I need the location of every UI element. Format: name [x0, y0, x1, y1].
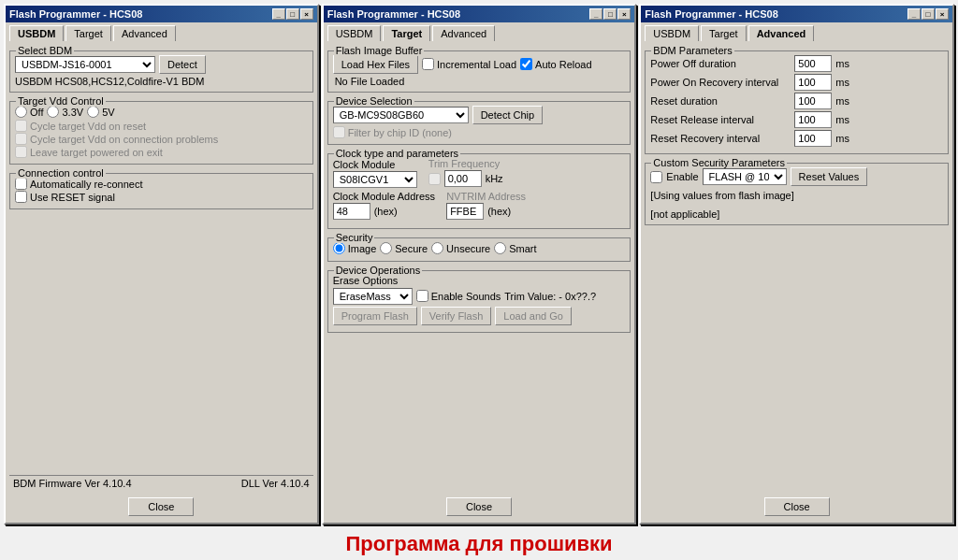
vdd-5-radio[interactable] — [87, 106, 99, 118]
nvtrim-input[interactable] — [446, 203, 484, 220]
verify-flash-btn[interactable]: Verify Flash — [421, 307, 491, 325]
image-radio-row: Image — [333, 242, 377, 254]
enable-security-check[interactable] — [650, 171, 662, 183]
bdm-params-label: BDM Parameters — [651, 45, 733, 56]
clock-module-header: Clock Module — [333, 159, 417, 170]
tab-advanced-3[interactable]: Advanced — [748, 25, 815, 41]
custom-security-group: Custom Security Parameters Enable FLASH … — [645, 163, 949, 225]
nvtrim-header: NVTRIM Address — [446, 191, 526, 202]
reset-recovery-input[interactable] — [794, 130, 832, 147]
close-button-2[interactable]: Close — [446, 497, 512, 516]
maximize-btn-1[interactable]: □ — [286, 8, 299, 20]
tab-target-1[interactable]: Target — [65, 25, 111, 41]
leave-powered-label: Leave target powered on exit — [30, 147, 163, 158]
cycle-connection-row: Cycle target Vdd on connection problems — [15, 133, 308, 145]
reset-duration-input[interactable] — [794, 93, 832, 109]
cycle-connection-check[interactable] — [15, 133, 27, 145]
window-1-content: Select BDM USBDM-JS16-0001 Detect USBDM … — [6, 41, 317, 523]
device-ops-group: Device Operations Erase Options EraseMas… — [327, 270, 631, 333]
smart-radio[interactable] — [494, 242, 506, 254]
auto-reconnect-check[interactable] — [15, 178, 27, 190]
tab-usbdm-2[interactable]: USBDM — [327, 25, 382, 41]
window-3: Flash Programmer - HCS08 _ □ × USBDM Tar… — [639, 4, 954, 524]
reset-duration-row: Reset duration ms — [650, 93, 943, 109]
detect-btn-1[interactable]: Detect — [159, 55, 206, 74]
incremental-row: Incremental Load — [422, 58, 516, 70]
image-radio[interactable] — [333, 242, 345, 254]
use-reset-row: Use RESET signal — [15, 191, 308, 203]
minimize-btn-3[interactable]: _ — [907, 8, 921, 20]
reset-duration-unit: ms — [835, 95, 849, 107]
incremental-check[interactable] — [422, 58, 434, 70]
tab-target-2[interactable]: Target — [383, 25, 430, 41]
power-off-unit: ms — [835, 58, 849, 69]
cycle-reset-label: Cycle target Vdd on reset — [30, 121, 146, 132]
leave-powered-check[interactable] — [15, 146, 27, 158]
trim-value[interactable] — [444, 170, 482, 187]
unsecure-radio-row: Unsecure — [431, 242, 490, 254]
tab-usbdm-1[interactable]: USBDM — [9, 25, 64, 41]
clock-module-row: Clock Module S08ICGV1 Trim Frequency kHz — [333, 158, 626, 189]
title-buttons-2: _ □ × — [589, 8, 631, 20]
target-vdd-label: Target Vdd Control — [16, 95, 106, 107]
tab-bar-1: USBDM Target Advanced — [6, 22, 317, 41]
no-file-text: No File Loaded — [333, 76, 626, 87]
power-on-input[interactable] — [794, 74, 832, 91]
tab-advanced-2[interactable]: Advanced — [432, 25, 495, 41]
title-2: Flash Programmer - HCS08 — [327, 8, 460, 20]
device-dropdown[interactable]: GB-MC9S08GB60 — [333, 107, 469, 123]
window-3-content: BDM Parameters Power Off duration ms Pow… — [641, 41, 952, 523]
clock-module-dropdown[interactable]: S08ICGV1 — [333, 171, 417, 188]
select-bdm-label: Select BDM — [16, 45, 74, 56]
reset-duration-label: Reset duration — [650, 95, 791, 107]
reset-release-input[interactable] — [794, 111, 832, 128]
minimize-btn-1[interactable]: _ — [272, 8, 285, 20]
auto-reload-check[interactable] — [520, 58, 532, 70]
device-selection-group: Device Selection GB-MC9S08GB60 Detect Ch… — [327, 101, 631, 145]
title-1: Flash Programmer - HCS08 — [9, 8, 142, 20]
clock-addr-input[interactable] — [333, 203, 370, 220]
dll-label: DLL Ver 4.10.4 — [241, 478, 310, 489]
reset-values-btn[interactable]: Reset Values — [791, 167, 868, 186]
security-dropdown[interactable]: FLASH @ 1080 — [703, 168, 787, 185]
load-hex-btn[interactable]: Load Hex Files — [333, 55, 418, 74]
vdd-33-row: 3.3V — [47, 106, 83, 118]
maximize-btn-3[interactable]: □ — [922, 8, 935, 20]
enable-sounds-check[interactable] — [416, 290, 428, 302]
reset-release-unit: ms — [835, 114, 849, 125]
cycle-reset-check[interactable] — [15, 120, 27, 132]
vdd-off-radio[interactable] — [15, 106, 27, 118]
close-button-1[interactable]: Close — [128, 497, 194, 516]
device-ops-label: Device Operations — [334, 265, 423, 276]
close-btn-row-2: Close — [327, 494, 631, 519]
cycle-connection-label: Cycle target Vdd on connection problems — [30, 134, 218, 145]
use-reset-label: Use RESET signal — [30, 192, 115, 203]
close-btn-3[interactable]: × — [936, 8, 949, 20]
tab-usbdm-3[interactable]: USBDM — [645, 25, 699, 41]
filter-chip-check[interactable] — [333, 126, 345, 138]
secure-radio[interactable] — [380, 242, 392, 254]
detect-chip-btn[interactable]: Detect Chip — [472, 106, 543, 124]
minimize-btn-2[interactable]: _ — [589, 8, 602, 20]
use-reset-check[interactable] — [15, 191, 27, 203]
caption-text: Программа для прошивки — [0, 524, 958, 560]
close-btn-1[interactable]: × — [300, 8, 313, 20]
maximize-btn-2[interactable]: □ — [603, 8, 617, 20]
trim-check[interactable] — [428, 173, 441, 185]
vdd-33-radio[interactable] — [47, 106, 59, 118]
connection-group: Connection control Automatically re-conn… — [9, 173, 313, 209]
main-container: Flash Programmer - HCS08 _ □ × USBDM Tar… — [0, 0, 958, 560]
load-go-btn[interactable]: Load and Go — [495, 307, 572, 325]
erase-dropdown[interactable]: EraseMass — [333, 288, 413, 305]
power-off-input[interactable] — [794, 55, 832, 72]
program-flash-btn[interactable]: Program Flash — [333, 307, 417, 325]
bdm-dropdown[interactable]: USBDM-JS16-0001 — [15, 56, 155, 73]
auto-reconnect-row: Automatically re-connect — [15, 178, 308, 190]
close-button-3[interactable]: Close — [764, 497, 830, 516]
unsecure-radio[interactable] — [431, 242, 443, 254]
secure-label: Secure — [395, 243, 428, 254]
tab-target-3[interactable]: Target — [701, 25, 747, 41]
tab-advanced-1[interactable]: Advanced — [113, 25, 176, 41]
image-label: Image — [348, 243, 377, 254]
close-btn-2[interactable]: × — [617, 8, 631, 20]
